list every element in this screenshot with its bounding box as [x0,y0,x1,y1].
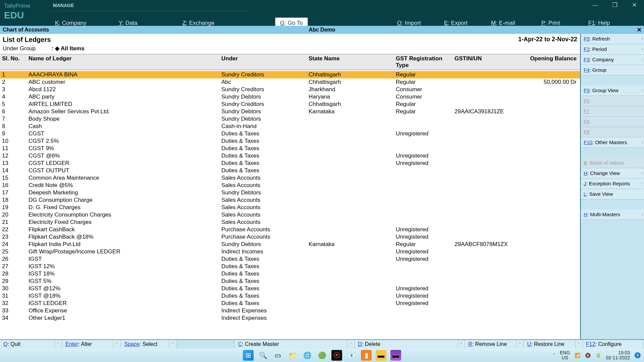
side-l-button[interactable]: L: Save View [581,189,644,199]
battery-icon[interactable]: 🔋 [595,353,601,358]
table-row[interactable]: 33Office ExpenseIndirect Expenses [0,307,580,314]
app-icon-3[interactable]: ▬ [376,350,386,361]
table-row[interactable]: 16Credit Note @5%Sales Accounts [0,182,580,189]
caret-up-icon[interactable]: ˄ [517,340,524,349]
table-row[interactable]: 7Body ShopeSundry Debtors [0,115,580,123]
wifi-icon[interactable]: 📶 [575,353,580,358]
notification-badge[interactable]: 9 [635,352,641,358]
clock[interactable]: 19:0302-11-2022 [606,350,630,360]
taskview-icon[interactable]: ▭ [272,350,283,361]
table-row[interactable]: 10CGST 2.5%Duties & Taxes [0,137,580,145]
close-button[interactable]: ✕ [625,0,644,10]
bottom-c-button[interactable]: C: Create Master [235,340,347,349]
caret-up-icon[interactable]: ˄ [114,340,121,349]
side-f4-button[interactable]: F4: Group [581,65,644,75]
taskbar-center: ⊞ 🔍 ▭ 📁 🌐 🟢 ⦿ 📧 ▮ ▬ ▬ [243,350,401,361]
table-row[interactable]: 26IGSTDuties & TaxesUnregistered [0,255,580,263]
under-group-filter[interactable]: Under Group : ◆ All Items [0,44,580,54]
window-controls: — ❐ ✕ [586,0,644,10]
side-f8-button: F8 [581,117,644,127]
table-row[interactable]: 21Electricity Fixed ChargesSales Account… [0,219,580,226]
side-f6-button: F6 [581,96,644,106]
table-row[interactable]: 4ABC partySundry DebtorsHaryanaConsumer [0,93,580,101]
side-j-button[interactable]: J: Exception Reports‹ [581,179,644,189]
chrome-alt-icon[interactable]: 🟢 [317,350,327,361]
explorer-icon[interactable]: 📁 [287,350,298,361]
ledger-rows: 1AAACHRAYA BINASundry CreditorsChhattisg… [0,70,580,342]
table-row[interactable]: 1AAACHRAYA BINASundry CreditorsChhattisg… [0,71,580,78]
side-f3-button[interactable]: F3: Company‹ [581,55,644,65]
chevron-up-icon[interactable]: ˄ [553,353,555,358]
side-f2-button[interactable]: F2: Period‹ [581,44,644,55]
outlook-icon[interactable]: 📧 [346,350,357,361]
table-row[interactable]: 30IGST @12%Duties & TaxesUnregistered [0,285,580,292]
table-row[interactable]: 22Flipkart CashBackPurchase AccountsUnre… [0,226,580,233]
date-range: 1-Apr-22 to 2-Nov-22 [518,36,577,43]
table-row[interactable]: 17Deepesh MarketingSundry Debtors [0,189,580,196]
table-row[interactable]: 24Flipkart India Pvt.LtdSundry DebtorsKa… [0,241,580,248]
table-row[interactable]: 12CGST @6%Duties & TaxesUnregistered [0,152,580,160]
context-bar: Chart of Accounts Abc Demo × [0,26,644,34]
col-sl: Sl. No. [0,55,29,69]
caret-up-icon[interactable]: ˄ [55,340,62,349]
table-row[interactable]: 29IGST 5%Duties & Taxes [0,278,580,285]
app-icon-2[interactable]: ▮ [361,350,372,361]
taskbar-right: ˄ ENGUS 📶 🔇 🔋 19:0302-11-2022 9 [553,350,641,360]
col-name: Name of Ledger [29,55,221,69]
manage-label[interactable]: MANAGE [53,3,74,8]
bottom-u-button[interactable]: U: Restore Line [524,340,576,349]
side-f5-button[interactable]: F5: Refresh‹ [581,34,644,44]
volume-icon[interactable]: 🔇 [585,353,591,358]
table-row[interactable]: 19D. G. Fixed ChargesSales Accounts [0,204,580,211]
restore-button[interactable]: ❐ [605,0,625,10]
bottom-f12-button[interactable]: F12: Configure [583,340,644,349]
table-row[interactable]: 11CGST 9%Duties & Taxes [0,145,580,152]
table-row[interactable]: 14CGST OUTPUTDuties & Taxes [0,167,580,174]
table-row[interactable]: 9CGSTDuties & TaxesUnregistered [0,130,580,137]
minimize-button[interactable]: — [586,0,605,10]
table-row[interactable]: 2ABC customerAbcChhattisgarhRegular50,00… [0,78,580,86]
side-panel: F5: Refresh‹F2: Period‹F3: Company‹F4: G… [580,34,644,349]
table-row[interactable]: 3Abcd 1122Sundry CreditorsJharkhandConsu… [0,86,580,93]
table-row[interactable]: 5AIRTEL LIMITEDSundry CreditorsChhattisg… [0,101,580,108]
app-icon-4[interactable]: ▬ [390,350,401,361]
bottom-enter-button[interactable]: Enter: Alter [62,340,114,349]
bottom-d-button[interactable]: D: Delete [355,340,458,349]
close-screen-icon[interactable]: × [637,25,641,34]
side-f10-button[interactable]: F10: Other Masters‹ [581,137,644,148]
table-row[interactable]: 28IGST 18%Duties & Taxes [0,270,580,278]
table-row[interactable]: 13CGST LEDGERDuties & TaxesUnregistered [0,160,580,167]
table-row[interactable]: 32IGST LEDGERDuties & TaxesUnregistered [0,300,580,307]
search-icon[interactable]: 🔍 [258,350,268,361]
table-row[interactable]: 27IGST 12%Duties & Taxes [0,263,580,270]
start-icon[interactable]: ⊞ [243,350,254,361]
side-f9-button: F9 [581,127,644,137]
table-row[interactable]: 8CashCash-in-Hand [0,123,580,130]
side-h-button[interactable]: H: Multi-Masters‹ [581,209,644,220]
caret-up-icon[interactable]: ˄ [347,340,355,349]
table-row[interactable]: 6Amazon Seller Services Pvt.Ltd.Sundry D… [0,108,580,115]
language-indicator[interactable]: ENGUS [560,350,570,360]
side-f5-button[interactable]: F5: Group View‹ [581,85,644,96]
chrome-icon[interactable]: 🌐 [302,350,313,361]
bottom-q-button[interactable]: Q: Quit [0,340,55,349]
app-name: TallyPrime [4,3,46,9]
table-row[interactable]: 15Common Area MaintenanceSales Accounts [0,174,580,182]
caret-up-icon[interactable]: ˄ [576,340,583,349]
app-icon-1[interactable]: ⦿ [331,350,342,361]
table-row[interactable]: 34Other Ledger1Indirect Expenses [0,314,580,322]
bottom-space-button[interactable]: Space: Select [121,340,169,349]
side-h-button[interactable]: H: Change View‹ [581,168,644,179]
taskbar: ⊞ 🔍 ▭ 📁 🌐 🟢 ⦿ 📧 ▮ ▬ ▬ ˄ ENGUS 📶 🔇 🔋 19:0… [0,349,644,362]
caret-up-icon[interactable]: ˄ [169,340,176,349]
col-regtype: GST Registration Type [396,55,454,69]
table-row[interactable]: 25Gift Wrap/Postage/Income LEDGERIndirec… [0,248,580,255]
caret-up-icon[interactable]: ˄ [458,340,465,349]
table-row[interactable]: 31IGST @18%Duties & TaxesUnregistered [0,292,580,300]
table-row[interactable]: 20Electricity Consumption ChargesSales A… [0,211,580,219]
bottom-r-button[interactable]: R: Remove Line [465,340,517,349]
table-row[interactable]: 23Flipkart CashBack @18%Purchase Account… [0,233,580,241]
content-area: 1-Apr-22 to 2-Nov-22 List of Ledgers Und… [0,34,580,349]
screen-title: Chart of Accounts [3,27,49,33]
table-row[interactable]: 18DG Consumption ChargeSales Accounts [0,196,580,204]
